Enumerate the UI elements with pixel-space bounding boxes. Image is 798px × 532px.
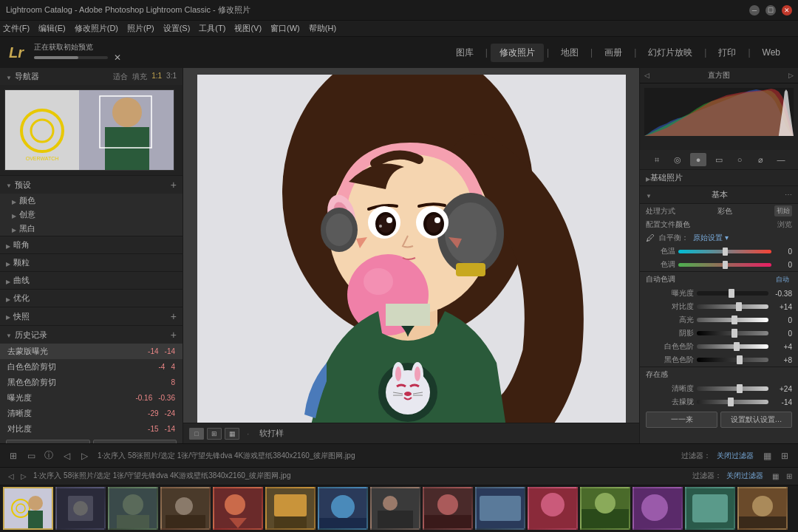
eyedropper-icon[interactable]: 🖊: [646, 233, 655, 243]
optimize-header[interactable]: 优化: [0, 290, 183, 307]
highlights-thumb[interactable]: [732, 316, 737, 324]
status-nav-arrow-l[interactable]: ◁: [59, 449, 74, 463]
contrast-slider[interactable]: [697, 304, 768, 309]
color-tint-slider[interactable]: [678, 263, 771, 267]
auto-tone-btn[interactable]: 自动: [773, 274, 792, 284]
view-single[interactable]: □: [189, 428, 204, 440]
contrast-thumb[interactable]: [736, 302, 742, 311]
view-compare[interactable]: ⊞: [207, 428, 222, 440]
curve-header[interactable]: 曲线: [0, 272, 183, 289]
presets-header[interactable]: 预设 +: [0, 176, 183, 194]
film-thumb-6[interactable]: [318, 487, 368, 530]
film-thumb-9[interactable]: [475, 487, 525, 530]
close-button[interactable]: ✕: [782, 5, 792, 16]
blacks-thumb[interactable]: [737, 355, 743, 364]
history-copy-btn[interactable]: 拷贝: [93, 440, 177, 443]
history-item-0[interactable]: 去蒙版曝光 -14 -14: [0, 344, 183, 359]
hist-clip-shadow[interactable]: ◁: [644, 72, 649, 79]
shadows-thumb[interactable]: [732, 329, 737, 338]
history-item-3[interactable]: 曝光度 -0.16 -0.36: [0, 390, 183, 406]
film-thumb-2[interactable]: [108, 487, 158, 530]
set-default-btn[interactable]: 设置默认设置…: [720, 412, 792, 428]
vignette-header[interactable]: 暗角: [0, 236, 183, 253]
filter-off-btn[interactable]: 关闭过滤器: [717, 451, 754, 461]
nav-3-1[interactable]: 3:1: [166, 72, 177, 82]
blacks-slider[interactable]: [697, 358, 768, 362]
tab-print[interactable]: 打印: [709, 44, 745, 62]
preset-bw[interactable]: 黑白: [0, 222, 183, 236]
film-thumb-3[interactable]: [160, 487, 211, 530]
snapshot-header[interactable]: 快照 +: [0, 307, 183, 325]
navigator-header[interactable]: 导航器 适合 填充 1:1 3:1: [0, 68, 183, 85]
process-mode-badge[interactable]: 初始: [774, 205, 792, 216]
grain-header[interactable]: 颗粒: [0, 254, 183, 271]
tab-library[interactable]: 图库: [447, 44, 482, 62]
history-add[interactable]: +: [171, 329, 177, 341]
history-header[interactable]: 历史记录 +: [0, 326, 183, 344]
menu-tools[interactable]: 工具(T): [199, 23, 225, 34]
hist-clip-highlight[interactable]: ▷: [788, 72, 794, 79]
filmstrip-filter-off[interactable]: 关闭过滤器: [726, 471, 763, 481]
preset-creative[interactable]: 创意: [0, 208, 183, 222]
film-thumb-11[interactable]: [580, 487, 630, 530]
minimize-button[interactable]: ─: [749, 5, 760, 16]
film-thumb-8[interactable]: [423, 487, 473, 530]
nav-1-1[interactable]: 1:1: [151, 72, 162, 82]
menu-develop[interactable]: 修改照片(D): [75, 23, 118, 34]
history-item-2[interactable]: 黑色色阶剪切 8: [0, 375, 183, 390]
menu-window[interactable]: 窗口(W): [270, 23, 300, 34]
film-nav-left[interactable]: ◁: [6, 472, 16, 480]
presets-add[interactable]: +: [171, 179, 177, 191]
spot-removal-tool[interactable]: ◎: [669, 153, 686, 166]
history-item-1[interactable]: 白色色阶剪切 -4 4: [0, 359, 183, 375]
status-nav-left[interactable]: ⊞: [6, 449, 21, 463]
crop-tool[interactable]: ⌗: [649, 153, 665, 166]
tab-book[interactable]: 画册: [596, 44, 631, 62]
redeye-tool[interactable]: ●: [690, 153, 706, 166]
profile-value[interactable]: 颜色: [675, 219, 690, 230]
film-thumb-4[interactable]: [213, 487, 263, 530]
film-thumb-10[interactable]: [528, 487, 578, 530]
film-thumb-13[interactable]: [685, 487, 735, 530]
brush-tool[interactable]: ⌀: [752, 153, 768, 166]
film-nav-right[interactable]: ▷: [18, 472, 29, 480]
history-restore-btn[interactable]: 复归: [6, 440, 90, 443]
clarity-slider[interactable]: [697, 386, 768, 391]
menu-file[interactable]: 文件(F): [3, 23, 30, 34]
history-item-4[interactable]: 清晰度 -29 -24: [0, 406, 183, 421]
menu-help[interactable]: 帮助(H): [309, 23, 336, 34]
preset-color[interactable]: 颜色: [0, 194, 183, 208]
radial-tool[interactable]: ○: [732, 153, 748, 166]
range-mask-tool[interactable]: —: [773, 153, 789, 166]
clarity-thumb[interactable]: [737, 384, 743, 393]
color-tint-thumb[interactable]: [723, 261, 728, 269]
film-thumb-5[interactable]: [265, 487, 316, 530]
shadows-slider[interactable]: [697, 331, 768, 335]
highlights-slider[interactable]: [697, 318, 768, 322]
view-survey[interactable]: ▦: [225, 428, 239, 440]
color-temp-slider[interactable]: [678, 250, 771, 253]
dehaze-slider[interactable]: [697, 400, 768, 404]
gradient-tool[interactable]: ▭: [711, 153, 727, 166]
maximize-button[interactable]: ☐: [765, 5, 776, 16]
process-mode-value[interactable]: 彩色: [717, 206, 732, 216]
wb-preset-btn[interactable]: 原始设置 ▾: [693, 233, 729, 243]
tab-develop[interactable]: 修改照片: [491, 44, 544, 62]
nav-fit[interactable]: 适合: [113, 72, 128, 82]
basic-options[interactable]: ⋯: [785, 191, 792, 199]
profile-badge[interactable]: 浏览: [777, 219, 792, 230]
exposure-thumb[interactable]: [729, 289, 734, 298]
status-nav-arrow-r[interactable]: ▷: [77, 449, 92, 463]
dehaze-thumb[interactable]: [728, 398, 734, 406]
film-thumb-7[interactable]: [370, 487, 420, 530]
loading-close[interactable]: ✕: [114, 52, 121, 63]
menu-settings[interactable]: 设置(S): [163, 23, 191, 34]
history-item-5[interactable]: 对比度 -15 -14: [0, 421, 183, 437]
tab-map[interactable]: 地图: [552, 44, 587, 62]
menu-edit[interactable]: 编辑(E): [38, 23, 66, 34]
exposure-slider[interactable]: [697, 291, 768, 296]
film-thumb-0[interactable]: [3, 487, 53, 530]
status-right-1[interactable]: ▦: [760, 449, 774, 463]
status-thumb[interactable]: ▭: [24, 449, 38, 463]
filmstrip-right-1[interactable]: ▦: [772, 472, 779, 480]
